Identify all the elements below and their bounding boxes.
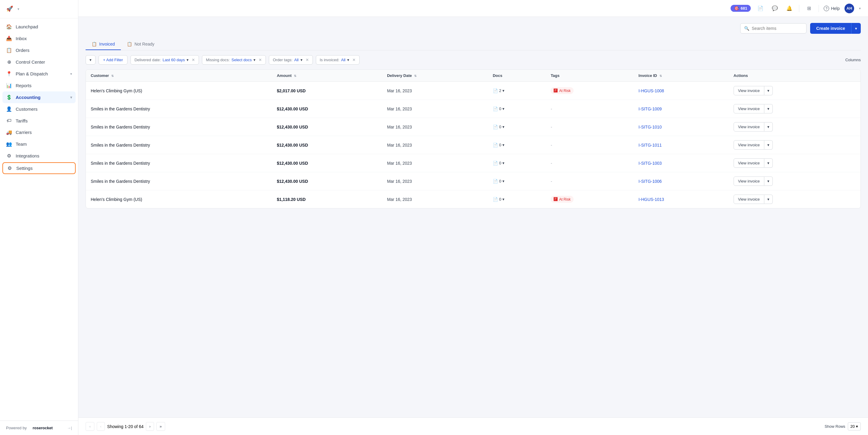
view-invoice-dropdown-button[interactable]: ▾ bbox=[764, 140, 773, 150]
invoice-id-link[interactable]: I-SITG-1010 bbox=[639, 124, 662, 129]
cell-invoice-id[interactable]: I-SITG-1003 bbox=[634, 154, 729, 172]
view-invoice-button[interactable]: View invoice bbox=[734, 122, 764, 132]
user-avatar[interactable]: AH bbox=[844, 4, 854, 13]
cell-docs[interactable]: 📄 0 ▾ bbox=[488, 172, 546, 190]
view-invoice-dropdown-icon: ▾ bbox=[767, 88, 770, 93]
add-filter-button[interactable]: + Add Filter bbox=[98, 55, 127, 64]
next-page-button[interactable]: › bbox=[146, 422, 154, 431]
sidebar-item-reports[interactable]: 📊 Reports bbox=[0, 80, 78, 91]
docs-count[interactable]: 📄 0 ▾ bbox=[493, 107, 541, 111]
view-invoice-dropdown-button[interactable]: ▾ bbox=[764, 176, 773, 186]
tab-invoiced[interactable]: 📋 Invoiced bbox=[86, 39, 121, 50]
apps-icon-button[interactable]: ⊞ bbox=[804, 4, 814, 13]
view-invoice-dropdown-button[interactable]: ▾ bbox=[764, 195, 773, 204]
no-tag: - bbox=[551, 161, 552, 166]
sidebar-item-control-center[interactable]: ⊕ Control Center bbox=[0, 56, 78, 68]
cell-docs[interactable]: 📄 0 ▾ bbox=[488, 154, 546, 172]
is-invoiced-filter[interactable]: Is invoiced: All ▾ ✕ bbox=[316, 55, 360, 64]
first-page-button[interactable]: « bbox=[86, 422, 94, 431]
view-invoice-dropdown-button[interactable]: ▾ bbox=[764, 158, 773, 168]
cell-invoice-id[interactable]: I-SITG-1006 bbox=[634, 172, 729, 190]
search-input[interactable] bbox=[752, 26, 803, 31]
cell-docs[interactable]: 📄 0 ▾ bbox=[488, 190, 546, 208]
docs-count[interactable]: 📄 0 ▾ bbox=[493, 179, 541, 184]
cell-docs[interactable]: 📄 0 ▾ bbox=[488, 100, 546, 118]
cell-docs[interactable]: 📄 0 ▾ bbox=[488, 118, 546, 136]
col-header-delivery-date[interactable]: Delivery Date ⇅ bbox=[382, 70, 488, 82]
sidebar-header: 🚀 ▾ bbox=[0, 0, 78, 19]
action-button-group: View invoice ▾ bbox=[734, 104, 856, 113]
docs-count[interactable]: 📄 0 ▾ bbox=[493, 161, 541, 166]
view-invoice-button[interactable]: View invoice bbox=[734, 140, 764, 150]
delivered-date-filter[interactable]: Delivered date: Last 60 days ▾ ✕ bbox=[130, 55, 199, 64]
delivery-date-value: Mar 16, 2023 bbox=[387, 179, 412, 184]
sidebar-item-accounting[interactable]: 💲 Accounting ▾ bbox=[2, 91, 76, 103]
view-invoice-dropdown-button[interactable]: ▾ bbox=[764, 122, 773, 132]
last-page-button[interactable]: » bbox=[156, 422, 165, 431]
notification-icon-button[interactable]: 🔔 bbox=[784, 4, 794, 13]
sidebar-item-tariffs[interactable]: 🏷 Tariffs bbox=[0, 115, 78, 126]
sidebar-item-plan-dispatch[interactable]: 📍 Plan & Dispatch ▾ bbox=[0, 68, 78, 80]
cell-invoice-id[interactable]: I-SITG-1011 bbox=[634, 136, 729, 154]
sidebar-item-launchpad[interactable]: 🏠 Launchpad bbox=[0, 21, 78, 33]
view-invoice-dropdown-button[interactable]: ▾ bbox=[764, 104, 773, 113]
invoice-id-link[interactable]: I-SITG-1009 bbox=[639, 107, 662, 111]
invoice-id-link[interactable]: I-HGUS-1008 bbox=[639, 88, 664, 93]
sidebar-item-orders[interactable]: 📋 Orders bbox=[0, 45, 78, 56]
docs-count[interactable]: 📄 0 ▾ bbox=[493, 143, 541, 147]
delivered-date-close[interactable]: ✕ bbox=[192, 58, 195, 62]
svg-text:🚀: 🚀 bbox=[6, 5, 13, 12]
search-box[interactable]: 🔍 bbox=[740, 23, 807, 33]
invoice-id-link[interactable]: I-SITG-1011 bbox=[639, 143, 662, 147]
invoice-id-link[interactable]: I-HGUS-1013 bbox=[639, 197, 664, 202]
help-button[interactable]: ? Help bbox=[824, 6, 840, 11]
docs-count[interactable]: 📄 0 ▾ bbox=[493, 124, 541, 129]
cell-invoice-id[interactable]: I-SITG-1009 bbox=[634, 100, 729, 118]
col-header-invoice-id[interactable]: Invoice ID ⇅ bbox=[634, 70, 729, 82]
sidebar-item-carriers[interactable]: 🚚 Carriers bbox=[0, 126, 78, 138]
points-badge[interactable]: 🎯 681 bbox=[731, 5, 751, 12]
sidebar-item-settings[interactable]: ⚙ Settings bbox=[2, 162, 76, 174]
view-invoice-button[interactable]: View invoice bbox=[734, 158, 764, 168]
filter-dropdown[interactable]: ▾ bbox=[86, 55, 96, 64]
view-invoice-button[interactable]: View invoice bbox=[734, 86, 764, 95]
view-invoice-button[interactable]: View invoice bbox=[734, 195, 764, 204]
view-invoice-dropdown-button[interactable]: ▾ bbox=[764, 86, 773, 95]
app-logo[interactable]: 🚀 bbox=[5, 4, 14, 14]
invoice-id-link[interactable]: I-SITG-1003 bbox=[639, 161, 662, 166]
missing-docs-filter[interactable]: Missing docs: Select docs ▾ ✕ bbox=[202, 55, 266, 64]
sidebar-item-integrations[interactable]: ⚙ Integrations bbox=[0, 150, 78, 162]
is-invoiced-close[interactable]: ✕ bbox=[352, 58, 355, 62]
col-header-amount[interactable]: Amount ⇅ bbox=[272, 70, 382, 82]
sidebar-item-customers[interactable]: 👤 Customers bbox=[0, 103, 78, 115]
cell-invoice-id[interactable]: I-HGUS-1008 bbox=[634, 82, 729, 100]
sidebar-brand-chevron[interactable]: ▾ bbox=[18, 7, 19, 11]
cell-docs[interactable]: 📄 0 ▾ bbox=[488, 136, 546, 154]
missing-docs-close[interactable]: ✕ bbox=[258, 58, 262, 62]
cell-invoice-id[interactable]: I-HGUS-1013 bbox=[634, 190, 729, 208]
prev-page-button[interactable]: ‹ bbox=[97, 422, 104, 431]
columns-button[interactable]: Columns bbox=[845, 58, 861, 62]
action-button-group: View invoice ▾ bbox=[734, 86, 856, 95]
sidebar-item-inbox[interactable]: 📥 Inbox bbox=[0, 33, 78, 45]
collapse-sidebar-button[interactable]: →| bbox=[67, 426, 72, 430]
docs-count[interactable]: 📄 2 ▾ bbox=[493, 88, 541, 93]
invoice-id-link[interactable]: I-SITG-1006 bbox=[639, 179, 662, 184]
view-invoice-button[interactable]: View invoice bbox=[734, 104, 764, 113]
user-menu-chevron[interactable]: ▾ bbox=[859, 6, 861, 10]
docs-count[interactable]: 📄 0 ▾ bbox=[493, 197, 541, 202]
view-invoice-button[interactable]: View invoice bbox=[734, 176, 764, 186]
document-icon-button[interactable]: 📄 bbox=[755, 4, 765, 13]
create-invoice-button[interactable]: Create invoice bbox=[810, 23, 851, 34]
col-header-customer[interactable]: Customer ⇅ bbox=[86, 70, 272, 82]
cell-invoice-id[interactable]: I-SITG-1010 bbox=[634, 118, 729, 136]
order-tags-filter[interactable]: Order tags: All ▾ ✕ bbox=[269, 55, 313, 64]
sidebar-item-team[interactable]: 👥 Team bbox=[0, 138, 78, 150]
tab-not-ready[interactable]: 📋 Not Ready bbox=[121, 39, 160, 50]
show-rows-select[interactable]: 20 ▾ bbox=[848, 422, 861, 431]
show-rows-value: 20 bbox=[850, 424, 855, 429]
order-tags-close[interactable]: ✕ bbox=[306, 58, 309, 62]
cell-docs[interactable]: 📄 2 ▾ bbox=[488, 82, 546, 100]
chat-icon-button[interactable]: 💬 bbox=[770, 4, 780, 13]
create-invoice-dropdown-button[interactable]: ▾ bbox=[851, 23, 861, 34]
